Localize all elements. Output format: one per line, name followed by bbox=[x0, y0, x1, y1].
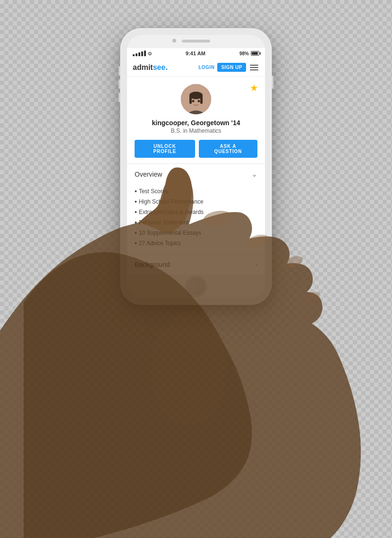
background-title: Background bbox=[135, 261, 170, 268]
list-item: • Personal Statement bbox=[135, 217, 257, 228]
nav-right: LOGIN SIGN UP bbox=[198, 63, 259, 72]
profile-name: kingcooper, Georgetown '14 bbox=[135, 119, 257, 127]
volume-up-button bbox=[119, 79, 120, 89]
battery-percent: 98% bbox=[239, 51, 249, 56]
signal-bars bbox=[133, 51, 146, 56]
signal-bar-3 bbox=[138, 52, 140, 56]
phone-screen: ⊙ 9:41 AM 98% admitsee. bbox=[127, 35, 265, 298]
volume-down-button bbox=[119, 93, 120, 102]
hamburger-line-2 bbox=[250, 67, 258, 68]
home-button-inner bbox=[187, 278, 205, 295]
bullet-icon: • bbox=[135, 229, 137, 237]
logo-accent: see bbox=[153, 63, 166, 71]
chevron-right-icon: › bbox=[255, 260, 257, 269]
hamburger-line-1 bbox=[250, 65, 258, 66]
list-item: • Test Scores bbox=[135, 186, 257, 196]
login-button[interactable]: LOGIN bbox=[198, 65, 214, 70]
phone-outer: ⊙ 9:41 AM 98% admitsee. bbox=[120, 28, 272, 305]
mute-button bbox=[119, 66, 120, 76]
overview-content: • Test Scores • High School Performance … bbox=[127, 184, 265, 254]
power-button bbox=[272, 76, 273, 89]
status-bar: ⊙ 9:41 AM 98% bbox=[127, 48, 265, 59]
signal-bar-4 bbox=[141, 51, 143, 56]
speaker bbox=[182, 40, 210, 43]
overview-item-text: 27 Advice Topics bbox=[139, 240, 181, 247]
phone-top-bar bbox=[127, 35, 265, 48]
home-button[interactable] bbox=[186, 276, 206, 297]
profile-section: ★ bbox=[127, 77, 265, 163]
phone-right-buttons bbox=[272, 76, 273, 89]
list-item: • 27 Advice Topics bbox=[135, 238, 257, 248]
svg-point-8 bbox=[198, 100, 200, 102]
list-item: • 10 Supplemental Essays bbox=[135, 228, 257, 238]
nav-bar: admitsee. LOGIN SIGN UP bbox=[127, 59, 265, 77]
signal-bar-1 bbox=[133, 54, 135, 56]
bullet-icon: • bbox=[135, 239, 137, 247]
list-item: • High School Performance bbox=[135, 196, 257, 207]
battery-fill bbox=[252, 52, 258, 55]
camera bbox=[172, 39, 176, 43]
avatar-image bbox=[181, 84, 211, 114]
overview-item-text: Test Scores bbox=[139, 188, 169, 195]
chevron-down-icon: ⌄ bbox=[251, 170, 257, 179]
overview-list: • Test Scores • High School Performance … bbox=[135, 186, 257, 248]
menu-button[interactable] bbox=[249, 64, 259, 71]
background-header[interactable]: Background › bbox=[127, 255, 265, 274]
phone-mockup: ⊙ 9:41 AM 98% admitsee. bbox=[120, 28, 272, 305]
status-right: 98% bbox=[239, 51, 259, 56]
signal-bar-5 bbox=[144, 51, 146, 56]
background-section: Background › bbox=[127, 254, 265, 274]
bullet-icon: • bbox=[135, 219, 137, 226]
profile-degree: B.S. in Mathematics bbox=[135, 128, 257, 134]
ask-question-button[interactable]: ASK A QUESTION bbox=[199, 140, 257, 158]
wifi-icon: ⊙ bbox=[148, 51, 152, 56]
overview-item-text: Extracurriculars & Awards bbox=[139, 209, 204, 215]
signal-bar-2 bbox=[136, 53, 137, 56]
overview-section: Overview ⌄ • Test Scores • High School P… bbox=[127, 163, 265, 254]
overview-title: Overview bbox=[135, 171, 162, 178]
signup-button[interactable]: SIGN UP bbox=[217, 63, 246, 72]
app-screen: admitsee. LOGIN SIGN UP ★ bbox=[127, 59, 265, 274]
overview-item-text: High School Performance bbox=[139, 198, 204, 205]
svg-point-7 bbox=[192, 100, 195, 102]
status-time: 9:41 AM bbox=[186, 51, 205, 56]
bullet-icon: • bbox=[135, 198, 137, 205]
battery-icon bbox=[251, 51, 259, 56]
svg-rect-6 bbox=[200, 95, 203, 104]
hamburger-line-3 bbox=[250, 69, 258, 70]
logo: admitsee. bbox=[133, 62, 168, 72]
overview-header[interactable]: Overview ⌄ bbox=[127, 164, 265, 184]
phone-bottom bbox=[127, 274, 265, 298]
svg-rect-5 bbox=[189, 95, 192, 104]
phone-left-buttons bbox=[119, 66, 120, 102]
overview-item-text: 10 Supplemental Essays bbox=[139, 230, 201, 236]
star-badge: ★ bbox=[250, 82, 258, 94]
signal-area: ⊙ bbox=[133, 51, 152, 56]
avatar bbox=[181, 84, 211, 114]
list-item: • Extracurriculars & Awards bbox=[135, 207, 257, 217]
overview-item-text: Personal Statement bbox=[139, 219, 188, 226]
bullet-icon: • bbox=[135, 188, 137, 195]
bullet-icon: • bbox=[135, 208, 137, 216]
profile-buttons: UNLOCK PROFILE ASK A QUESTION bbox=[135, 140, 257, 158]
unlock-profile-button[interactable]: UNLOCK PROFILE bbox=[135, 140, 195, 158]
